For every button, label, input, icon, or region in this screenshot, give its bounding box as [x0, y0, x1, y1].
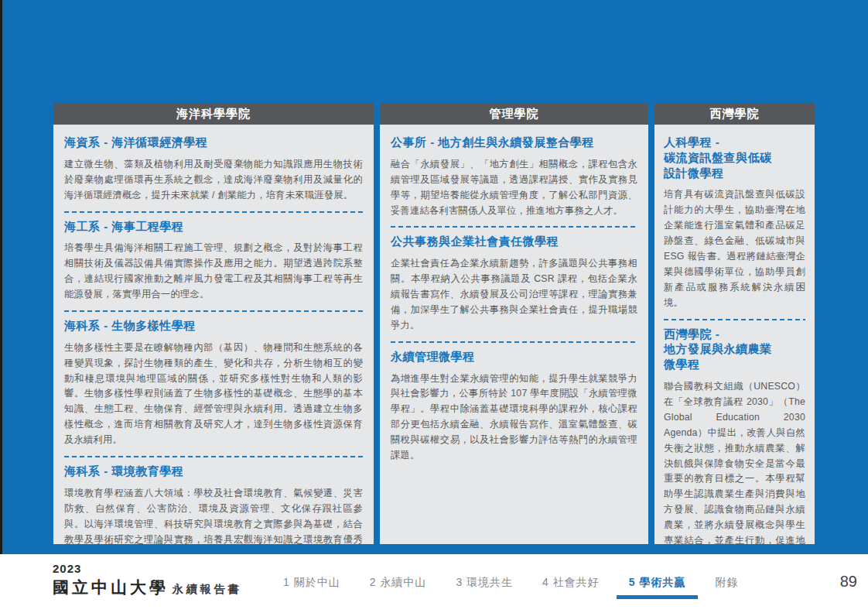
college-panel-management: 管理學院 公事所 - 地方創生與永續發展整合學程 融合「永續發展」、「地方創生」… [380, 103, 648, 544]
dashed-divider [64, 211, 363, 213]
dashed-divider [391, 226, 637, 228]
program-title: 海科系 - 生物多樣性學程 [64, 318, 363, 334]
report-logo: 2023 國立中山大學 永續報告書 [53, 562, 241, 598]
program-description: 企業社會責任為企業永續新趨勢，許多議題與公共事務相關。本學程納入公共事務議題及 … [391, 256, 637, 334]
college-header: 管理學院 [380, 103, 648, 125]
program-title: 西灣學院 - 地方發展與永續農業 微學程 [664, 327, 805, 372]
college-header: 西灣學院 [654, 103, 815, 125]
program-description: 環境教育學程涵蓋八大領域：學校及社會環境教育、氣候變遷、災害防救、自然保育、公害… [64, 486, 363, 544]
program-title: 人科學程 - 碳流資訊盤查與低碳 設計微學程 [664, 135, 805, 180]
college-panel-siwan: 西灣學院 人科學程 - 碳流資訊盤查與低碳 設計微學程 培育具有碳流資訊盤查與低… [654, 103, 815, 544]
program-description: 聯合國教科文組織（UNESCO）在「全球教育議程 2030」（The Globa… [664, 379, 805, 544]
nav-item-about[interactable]: 1 關於中山 [283, 576, 340, 590]
program-description: 培育具有碳流資訊盤查與低碳設計能力的大學生，協助臺灣在地企業能進行溫室氣體和產品… [664, 187, 805, 310]
program-description: 為增進學生對企業永續管理的知能，提升學生就業競爭力與社會影響力，公事所特於 10… [391, 372, 637, 464]
report-brand: 國立中山大學 永續報告書 [53, 577, 241, 598]
nav-item-environment[interactable]: 3 環境共生 [456, 576, 513, 590]
dashed-divider [664, 319, 805, 320]
university-name: 國立中山大學 [53, 577, 169, 597]
dashed-divider [391, 341, 637, 343]
dashed-divider [64, 310, 363, 312]
program-description: 建立微生物、藻類及植物利用及耐受廢棄物能力知識跟應用生物技術於廢棄物處理循環再生… [64, 157, 363, 204]
college-panel-content: 公事所 - 地方創生與永續發展整合學程 融合「永續發展」、「地方創生」相關概念，… [380, 125, 648, 544]
program-description: 融合「永續發展」、「地方創生」相關概念，課程包含永續管理及區域發展等議題，透過課… [391, 157, 637, 219]
program-title: 海工系 - 海事工程學程 [64, 219, 363, 235]
report-year: 2023 [53, 562, 241, 575]
program-title: 公事所 - 地方創生與永續發展整合學程 [391, 135, 637, 150]
program-description: 培養學生具備海洋相關工程施工管理、規劃之概念，及對於海事工程相關技術及儀器設備具… [64, 241, 363, 303]
nav-item-society[interactable]: 4 社會共好 [542, 576, 600, 590]
chapter-nav: 1 關於中山 2 永續中山 3 環境共生 4 社會共好 5 學術共贏 附錄 [283, 576, 738, 590]
nav-item-sustainable-nsysu[interactable]: 2 永續中山 [370, 576, 427, 590]
program-title: 永續管理微學程 [391, 349, 637, 365]
program-title: 公共事務與企業社會責任微學程 [391, 234, 637, 249]
report-title: 永續報告書 [172, 583, 241, 595]
college-header: 海洋科學學院 [53, 103, 374, 125]
page-number: 89 [840, 573, 857, 591]
program-title: 海科系 - 環境教育學程 [64, 464, 363, 479]
page-left-edge [0, 0, 2, 554]
college-panel-marine-sciences: 海洋科學學院 海資系 - 海洋循環經濟學程 建立微生物、藻類及植物利用及耐受廢棄… [53, 103, 374, 544]
page-footer: 2023 國立中山大學 永續報告書 1 關於中山 2 永續中山 3 環境共生 4… [0, 554, 868, 613]
nav-item-academic-active[interactable]: 5 學術共贏 [629, 576, 686, 590]
college-panel-content: 海資系 - 海洋循環經濟學程 建立微生物、藻類及植物利用及耐受廢棄物能力知識跟應… [53, 125, 374, 544]
dashed-divider [64, 456, 363, 457]
program-title: 海資系 - 海洋循環經濟學程 [64, 135, 363, 150]
college-panel-content: 人科學程 - 碳流資訊盤查與低碳 設計微學程 培育具有碳流資訊盤查與低碳設計能力… [654, 125, 815, 544]
program-description: 生物多樣性主要是在瞭解物種內部（基因）、物種間和生態系統的各種變異現象，探討生物… [64, 341, 363, 448]
nav-item-appendix[interactable]: 附錄 [715, 576, 738, 590]
